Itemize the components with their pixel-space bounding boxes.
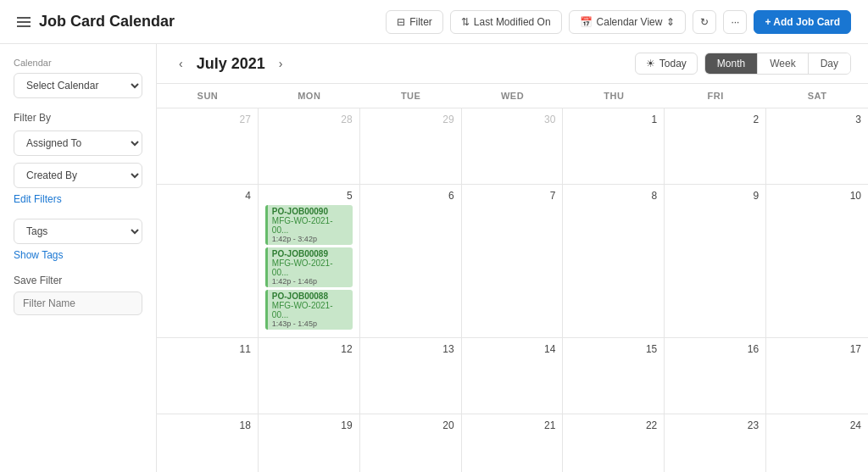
calendar-select[interactable]: Select Calendar [14, 73, 142, 98]
cell-date: 14 [469, 343, 556, 355]
calendar-cell[interactable]: 12 [259, 338, 360, 414]
calendar-cell[interactable]: 29 [360, 108, 462, 184]
calendar-cell[interactable]: 14 [462, 338, 564, 414]
page-title: Job Card Calendar [39, 13, 175, 31]
created-by-select[interactable]: Created By [14, 163, 142, 188]
calendar-week: 27282930123 [157, 108, 868, 185]
calendar-event[interactable]: PO-JOB00089MFG-WO-2021-00...1:42p - 1:46… [265, 247, 353, 287]
calendar-cell[interactable]: 13 [360, 338, 462, 414]
calendar-icon: 📅 [580, 16, 593, 28]
filter-by-section: Filter By Assigned To Created By Edit Fi… [14, 112, 142, 205]
cell-date: 21 [469, 419, 556, 431]
calendar-cell[interactable]: 22 [563, 414, 665, 472]
tags-select[interactable]: Tags [14, 219, 142, 244]
calendar-cell[interactable]: 11 [157, 338, 259, 414]
calendar-cell[interactable]: 8 [563, 185, 665, 337]
calendar-cell[interactable]: 15 [563, 338, 665, 414]
sun-icon: ☀ [646, 58, 655, 69]
event-time: 1:43p - 1:45p [272, 319, 348, 328]
cell-date: 9 [671, 190, 759, 202]
show-tags-link[interactable]: Show Tags [14, 249, 142, 261]
refresh-button[interactable]: ↻ [693, 10, 716, 34]
calendar-cell[interactable]: 24 [766, 414, 868, 472]
calendar-cell[interactable]: 2 [665, 108, 766, 184]
tags-section: Tags Show Tags [14, 219, 142, 261]
add-job-card-button[interactable]: + Add Job Card [754, 10, 851, 34]
cell-date: 30 [469, 114, 556, 125]
filter-name-input[interactable] [14, 292, 142, 315]
calendar-header-row: SUN MON TUE WED THU FRI SAT [157, 84, 868, 108]
calendar-cell[interactable]: 17 [766, 338, 868, 414]
day-header-mon: MON [259, 84, 360, 108]
event-title: PO-JOB00088 [272, 292, 348, 301]
save-filter-label: Save Filter [14, 275, 142, 286]
cell-date: 22 [570, 419, 657, 431]
calendar-cell[interactable]: 7 [462, 185, 564, 337]
chevron-icon: ⇕ [666, 16, 675, 28]
header-left: Job Card Calendar [17, 13, 175, 31]
view-group: Month Week Day [704, 53, 851, 75]
day-header-sat: SAT [766, 84, 868, 108]
calendar-cell[interactable]: 28 [259, 108, 360, 184]
calendar-nav: ‹ July 2021 › [174, 53, 287, 74]
calendar-view-button[interactable]: 📅 Calendar View ⇕ [569, 10, 687, 34]
day-header-thu: THU [563, 84, 665, 108]
calendar-cell[interactable]: 3 [766, 108, 868, 184]
calendar-cell[interactable]: 9 [665, 185, 766, 337]
cell-date: 15 [570, 343, 657, 355]
calendar-cell[interactable]: 4 [157, 185, 259, 337]
today-button[interactable]: ☀ Today [635, 53, 698, 75]
edit-filters-link[interactable]: Edit Filters [14, 193, 142, 205]
sidebar: Calendar Select Calendar Filter By Assig… [0, 44, 157, 472]
calendar-event[interactable]: PO-JOB00088MFG-WO-2021-00...1:43p - 1:45… [265, 290, 353, 330]
cell-date: 4 [164, 190, 251, 202]
cell-date: 24 [773, 419, 861, 431]
calendar-cell[interactable]: 18 [157, 414, 259, 472]
calendar-cell[interactable]: 19 [259, 414, 360, 472]
filter-by-label: Filter By [14, 112, 142, 124]
calendar-event[interactable]: PO-JOB00090MFG-WO-2021-00...1:42p - 3:42… [265, 205, 353, 245]
calendar-cell[interactable]: 20 [360, 414, 462, 472]
calendar-cell[interactable]: 16 [665, 338, 766, 414]
cell-date: 12 [265, 343, 353, 355]
event-sub: MFG-WO-2021-00... [272, 258, 348, 277]
refresh-icon: ↻ [700, 16, 709, 28]
assigned-to-select[interactable]: Assigned To [14, 130, 142, 156]
cell-date: 6 [367, 190, 454, 202]
hamburger-icon[interactable] [17, 17, 31, 27]
week-view-button[interactable]: Week [758, 53, 808, 74]
event-title: PO-JOB00090 [272, 207, 348, 216]
header: Job Card Calendar ⊟ Filter ⇅ Last Modifi… [0, 0, 868, 44]
cell-date: 2 [671, 114, 759, 125]
calendar-toolbar: ‹ July 2021 › ☀ Today Month Week Day [157, 44, 868, 84]
calendar-cell[interactable]: 1 [563, 108, 665, 184]
calendar-cell[interactable]: 27 [157, 108, 259, 184]
day-view-button[interactable]: Day [809, 53, 850, 74]
calendar-controls: ☀ Today Month Week Day [635, 53, 851, 75]
cell-date: 17 [773, 343, 861, 355]
filter-button[interactable]: ⊟ Filter [386, 10, 443, 34]
more-options-button[interactable]: ··· [723, 10, 747, 34]
calendar-cell[interactable]: 5PO-JOB00090MFG-WO-2021-00...1:42p - 3:4… [259, 185, 360, 337]
event-time: 1:42p - 1:46p [272, 277, 348, 286]
event-sub: MFG-WO-2021-00... [272, 301, 348, 319]
cell-date: 10 [773, 190, 861, 202]
next-month-button[interactable]: › [274, 53, 288, 74]
calendar-section: Calendar Select Calendar [14, 58, 142, 98]
main-layout: Calendar Select Calendar Filter By Assig… [0, 44, 868, 472]
calendar-cell[interactable]: 10 [766, 185, 868, 337]
month-view-button[interactable]: Month [705, 53, 758, 74]
cell-date: 18 [164, 419, 251, 431]
sort-button[interactable]: ⇅ Last Modified On [450, 10, 562, 34]
month-title: July 2021 [197, 55, 265, 73]
cell-date: 28 [265, 114, 353, 125]
prev-month-button[interactable]: ‹ [174, 53, 188, 74]
calendar-cell[interactable]: 21 [462, 414, 564, 472]
calendar-area: ‹ July 2021 › ☀ Today Month Week Day [157, 44, 868, 472]
calendar-cell[interactable]: 6 [360, 185, 462, 337]
header-right: ⊟ Filter ⇅ Last Modified On 📅 Calendar V… [386, 10, 851, 34]
calendar-cell[interactable]: 23 [665, 414, 766, 472]
more-icon: ··· [731, 16, 739, 28]
cell-date: 13 [367, 343, 454, 355]
calendar-cell[interactable]: 30 [462, 108, 564, 184]
